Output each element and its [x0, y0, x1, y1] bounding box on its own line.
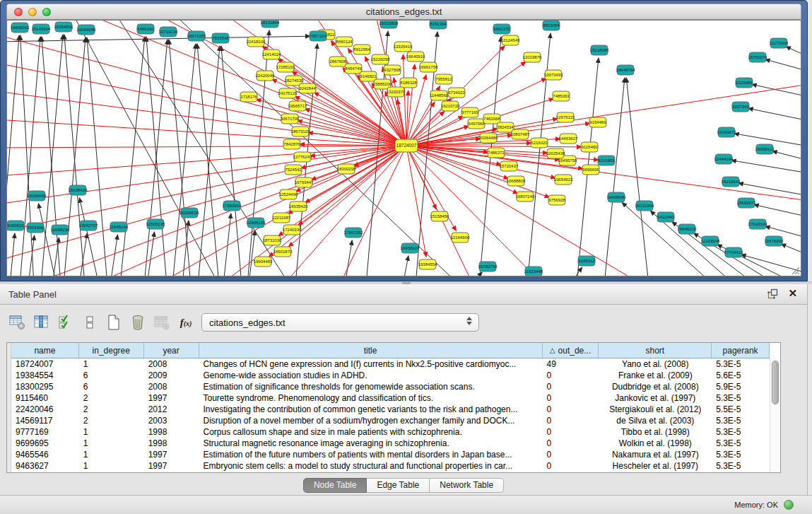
- graph-node[interactable]: 11645194: [110, 222, 129, 232]
- graph-node[interactable]: 18673103: [291, 127, 310, 136]
- graph-node[interactable]: 19143504: [32, 24, 51, 34]
- column-header-short[interactable]: short: [599, 343, 712, 358]
- memory-status-indicator[interactable]: [784, 500, 794, 510]
- graph-node[interactable]: 16721900: [635, 201, 654, 211]
- graph-node[interactable]: 16033809: [379, 21, 399, 28]
- graph-node[interactable]: 16501870: [273, 247, 293, 257]
- row-height-icon[interactable]: [81, 313, 99, 332]
- graph-node[interactable]: 7486372: [488, 148, 505, 158]
- graph-node[interactable]: 19654923: [554, 175, 573, 185]
- graph-node[interactable]: 8215955: [598, 156, 615, 165]
- graph-node[interactable]: 18731030: [263, 235, 282, 245]
- column-header-out_de[interactable]: △out_de...: [543, 343, 599, 358]
- graph-node[interactable]: 6466160: [137, 24, 154, 34]
- graph-node[interactable]: 13220370: [387, 87, 406, 97]
- graph-node[interactable]: 2867608: [329, 57, 346, 66]
- graph-node[interactable]: 11173060: [770, 38, 788, 48]
- graph-node[interactable]: 15958423: [755, 144, 775, 154]
- graph-node[interactable]: 9777169: [461, 107, 478, 117]
- graph-node[interactable]: 7557224: [310, 31, 326, 41]
- table-scrollbar-thumb[interactable]: [772, 361, 779, 404]
- graph-node[interactable]: 13942757: [79, 221, 98, 230]
- graph-node[interactable]: 7524542: [285, 165, 302, 175]
- graph-node[interactable]: 15226058: [371, 54, 390, 64]
- network-canvas[interactable]: 1872400722418106124140241728515318274530…: [6, 20, 801, 276]
- table-row[interactable]: 1830029562008Estimation of significance …: [11, 381, 770, 392]
- graph-node[interactable]: 15692971: [737, 198, 756, 208]
- table-row[interactable]: 969969511998Structural magnetic resonanc…: [11, 438, 770, 449]
- graph-node[interactable]: 12211987: [272, 213, 291, 223]
- create-column-icon[interactable]: [105, 313, 123, 332]
- graph-node[interactable]: 10064096: [77, 25, 96, 35]
- graph-node[interactable]: 16793447: [295, 177, 314, 187]
- graph-node[interactable]: 15720437: [500, 161, 519, 171]
- graph-node[interactable]: 9350610: [7, 221, 24, 230]
- table-row[interactable]: 977716911998Corpus callosum shape and si…: [11, 426, 770, 438]
- graph-node[interactable]: 12444194: [714, 154, 734, 164]
- graph-node[interactable]: 20206536: [180, 208, 199, 218]
- zoom-window-icon[interactable]: [42, 8, 51, 16]
- column-header-in_degree[interactable]: in_degree: [79, 343, 144, 358]
- graph-node[interactable]: 8813054: [543, 21, 560, 30]
- graph-node[interactable]: 12124549: [501, 35, 520, 45]
- graph-node[interactable]: 9756928: [548, 195, 565, 205]
- table-row[interactable]: 2242004622012Investigating the contribut…: [11, 404, 770, 415]
- graph-node[interactable]: 8454749: [345, 64, 362, 74]
- function-builder-icon[interactable]: f(x): [177, 313, 195, 332]
- table-row[interactable]: 911546021997Tourette syndrome. Phenomeno…: [11, 392, 770, 404]
- graph-node[interactable]: 16935420: [289, 201, 308, 211]
- graph-node[interactable]: 19904483: [254, 257, 273, 267]
- table-mode-icon[interactable]: [8, 313, 27, 332]
- graph-node[interactable]: 22418106: [247, 37, 266, 47]
- graph-node[interactable]: 17704422: [724, 247, 743, 257]
- graph-node[interactable]: 16671355: [187, 31, 206, 41]
- minimize-window-icon[interactable]: [28, 8, 37, 16]
- graph-node[interactable]: 7842876: [283, 139, 300, 149]
- close-panel-icon[interactable]: ✕: [788, 288, 797, 299]
- graph-node[interactable]: 17240330: [283, 225, 302, 235]
- graph-node[interactable]: 15218586: [590, 45, 609, 55]
- graph-node[interactable]: 10807487: [511, 129, 530, 139]
- graph-node[interactable]: 7462668: [483, 114, 500, 124]
- tab-network-table[interactable]: Network Table: [430, 478, 504, 493]
- graph-node[interactable]: 16648784: [616, 65, 635, 75]
- graph-node[interactable]: 17957252: [344, 228, 363, 238]
- graph-node[interactable]: 12524490: [279, 189, 298, 199]
- graph-node[interactable]: 11448560: [430, 90, 449, 100]
- column-header-pagerank[interactable]: pagerank: [712, 343, 770, 358]
- column-validate-icon[interactable]: [57, 313, 75, 332]
- graph-node[interactable]: 16958107: [401, 243, 420, 253]
- graph-node[interactable]: 8660124: [336, 37, 353, 47]
- graph-node[interactable]: 6734023: [448, 88, 465, 98]
- graph-node[interactable]: 16210643: [722, 177, 741, 187]
- graph-node[interactable]: 19384554: [418, 259, 437, 269]
- graph-node[interactable]: 16354591: [54, 22, 73, 32]
- graph-node[interactable]: 16409540: [607, 192, 626, 202]
- graph-node[interactable]: 20364486: [479, 133, 498, 143]
- graph-node[interactable]: 17016504: [748, 219, 767, 229]
- graph-node[interactable]: 18724007: [395, 139, 418, 152]
- graph-node[interactable]: 10025438: [546, 148, 565, 158]
- graph-node[interactable]: 14463627: [559, 134, 578, 144]
- graph-node[interactable]: 12505135: [146, 219, 165, 229]
- graph-node[interactable]: 3915400: [27, 223, 44, 233]
- graph-node[interactable]: 7515536: [212, 33, 229, 43]
- resize-grip-icon[interactable]: [790, 265, 800, 275]
- graph-node[interactable]: 15751074: [748, 52, 767, 62]
- graph-node[interactable]: 7485063: [553, 91, 570, 101]
- graph-node[interactable]: 11675300: [765, 236, 784, 246]
- graph-node[interactable]: 19565717: [288, 101, 307, 111]
- graph-node[interactable]: 16946220: [678, 224, 697, 234]
- float-window-icon[interactable]: [767, 288, 778, 299]
- graph-node[interactable]: 12776243: [293, 152, 312, 162]
- column-header-name[interactable]: name: [11, 343, 79, 358]
- graph-node[interactable]: 8912954: [353, 45, 370, 54]
- graph-node[interactable]: 12414024: [262, 49, 281, 59]
- graph-node[interactable]: 26260650: [28, 191, 47, 201]
- network-canvas-svg[interactable]: 1872400722418106124140241728515318274530…: [7, 21, 801, 276]
- graph-node[interactable]: 2718176: [240, 92, 257, 102]
- graph-node[interactable]: 11923448: [524, 267, 543, 276]
- graph-node[interactable]: 6497568: [468, 119, 485, 129]
- tab-edge-table[interactable]: Edge Table: [367, 478, 430, 493]
- graph-node[interactable]: 17285153: [276, 62, 295, 72]
